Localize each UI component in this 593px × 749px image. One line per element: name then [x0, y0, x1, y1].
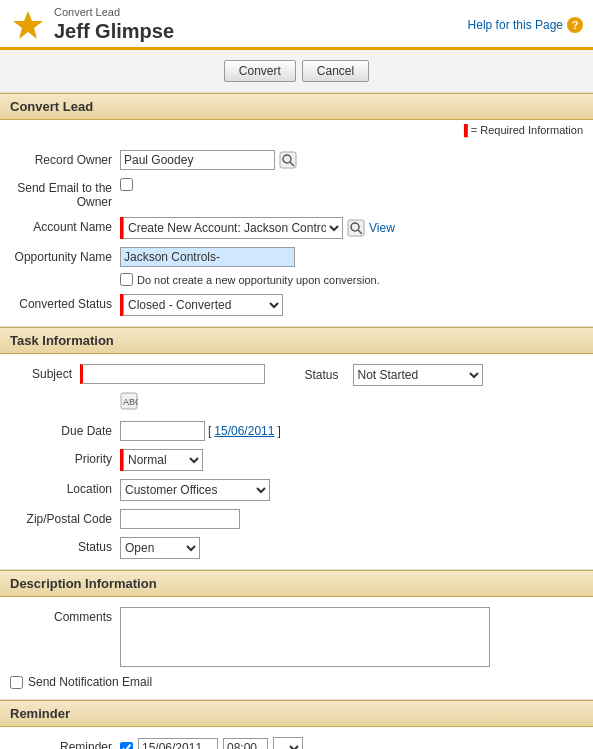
reminder-section: Reminder Reminder	[0, 700, 593, 749]
required-star: ▐	[460, 124, 468, 136]
subject-status-row: Subject Status Not Started In Progress C…	[0, 360, 593, 390]
comments-row: Comments	[0, 603, 593, 671]
opportunity-name-row: Opportunity Name	[0, 243, 593, 271]
reminder-date-input[interactable]	[138, 738, 218, 749]
location-field: Customer Offices Office Other	[120, 479, 583, 501]
account-name-label: Account Name	[10, 217, 120, 234]
priority-select[interactable]: Normal High Low	[123, 449, 203, 471]
due-date-field: [ 15/06/2011 ]	[120, 421, 583, 441]
converted-status-label: Converted Status	[10, 294, 120, 311]
subject-label: Subject	[10, 367, 80, 381]
convert-lead-form: Record Owner Send Email to the Owner Acc…	[0, 140, 593, 327]
record-owner-input[interactable]	[120, 150, 275, 170]
lead-icon	[10, 7, 46, 43]
description-section-header: Description Information	[0, 570, 593, 597]
location-row: Location Customer Offices Office Other	[0, 475, 593, 505]
record-owner-row: Record Owner	[0, 146, 593, 174]
task-open-status-select[interactable]: Open Closed	[120, 537, 200, 559]
svg-text:ABC: ABC	[123, 397, 138, 407]
top-action-bar: Convert Cancel	[0, 50, 593, 93]
converted-status-field: Closed - Converted	[120, 294, 583, 316]
send-notification-row: Send Notification Email	[0, 671, 593, 693]
reminder-form: Reminder	[0, 727, 593, 749]
reminder-section-header: Reminder	[0, 700, 593, 727]
page-subtitle: Convert Lead	[54, 6, 174, 19]
zip-row: Zip/Postal Code	[0, 505, 593, 533]
send-email-label: Send Email to the Owner	[10, 178, 120, 209]
account-lookup-icon[interactable]	[347, 219, 365, 237]
description-form: Comments Send Notification Email	[0, 597, 593, 700]
description-section: Description Information Comments Send No…	[0, 570, 593, 700]
send-email-field	[120, 178, 583, 191]
reminder-time-ampm-select[interactable]	[273, 737, 303, 749]
due-date-row: Due Date [ 15/06/2011 ]	[0, 417, 593, 445]
page-header: Convert Lead Jeff Glimpse Help for this …	[0, 0, 593, 50]
account-name-field: Create New Account: Jackson Controls Vie…	[120, 217, 583, 239]
opportunity-name-label: Opportunity Name	[10, 247, 120, 264]
required-info-text: = Required Information	[471, 124, 583, 136]
location-select[interactable]: Customer Offices Office Other	[120, 479, 270, 501]
record-owner-lookup-icon[interactable]	[279, 151, 297, 169]
comments-field	[120, 607, 583, 667]
task-open-status-row: Status Open Closed	[0, 533, 593, 563]
convert-lead-section: Convert Lead ▐ = Required Information Re…	[0, 93, 593, 327]
top-convert-button[interactable]: Convert	[224, 60, 296, 82]
help-icon: ?	[567, 17, 583, 33]
priority-row: Priority Normal High Low	[0, 445, 593, 475]
header-title-block: Convert Lead Jeff Glimpse	[54, 6, 174, 43]
convert-lead-section-header: Convert Lead	[0, 93, 593, 120]
account-name-row: Account Name Create New Account: Jackson…	[0, 213, 593, 243]
do-not-create-row: Do not create a new opportunity upon con…	[0, 271, 593, 290]
task-open-status-field: Open Closed	[120, 537, 583, 559]
priority-label: Priority	[10, 449, 120, 466]
comments-label: Comments	[10, 607, 120, 624]
send-email-checkbox[interactable]	[120, 178, 133, 191]
account-name-select-wrap: Create New Account: Jackson Controls	[120, 217, 343, 239]
zip-input[interactable]	[120, 509, 240, 529]
page-title: Jeff Glimpse	[54, 19, 174, 43]
zip-label: Zip/Postal Code	[10, 509, 120, 526]
date-bracket-close: ]	[277, 424, 280, 438]
date-bracket-open: [	[208, 424, 211, 438]
help-link[interactable]: Help for this Page ?	[468, 17, 583, 33]
account-view-link[interactable]: View	[369, 221, 395, 235]
task-section: Task Information Subject Status Not Star…	[0, 327, 593, 570]
spell-check-icon[interactable]: ABC	[120, 399, 138, 413]
reminder-row: Reminder	[0, 733, 593, 749]
opportunity-name-input[interactable]	[120, 247, 295, 267]
send-notification-checkbox[interactable]	[10, 676, 23, 689]
top-cancel-button[interactable]: Cancel	[302, 60, 369, 82]
task-section-header: Task Information	[0, 327, 593, 354]
location-label: Location	[10, 479, 120, 496]
help-label: Help for this Page	[468, 18, 563, 32]
task-status-select-top[interactable]: Not Started In Progress Completed Waitin…	[353, 364, 483, 386]
header-left: Convert Lead Jeff Glimpse	[10, 6, 174, 43]
reminder-time-input[interactable]	[223, 738, 268, 749]
account-name-select[interactable]: Create New Account: Jackson Controls	[123, 217, 343, 239]
subject-icon-row: ABC	[0, 390, 593, 417]
task-form: Subject Status Not Started In Progress C…	[0, 354, 593, 570]
comments-textarea[interactable]	[120, 607, 490, 667]
due-date-label: Due Date	[10, 421, 120, 438]
send-email-row: Send Email to the Owner	[0, 174, 593, 213]
record-owner-field	[120, 150, 583, 170]
do-not-create-label: Do not create a new opportunity upon con…	[137, 274, 380, 286]
subject-input[interactable]	[80, 364, 265, 384]
converted-status-row: Converted Status Closed - Converted	[0, 290, 593, 320]
due-date-input[interactable]	[120, 421, 205, 441]
task-status-label-top: Status	[297, 368, 347, 382]
converted-status-select[interactable]: Closed - Converted	[123, 294, 283, 316]
required-info-row: ▐ = Required Information	[0, 120, 593, 140]
reminder-label: Reminder	[10, 737, 120, 749]
due-date-link[interactable]: 15/06/2011	[214, 424, 274, 438]
zip-field	[120, 509, 583, 529]
reminder-checkbox[interactable]	[120, 742, 133, 749]
task-open-status-label: Status	[10, 537, 120, 554]
record-owner-label: Record Owner	[10, 150, 120, 167]
send-notification-label: Send Notification Email	[28, 675, 152, 689]
do-not-create-checkbox[interactable]	[120, 273, 133, 286]
opportunity-name-field	[120, 247, 583, 267]
reminder-field	[120, 737, 583, 749]
priority-field: Normal High Low	[120, 449, 583, 471]
